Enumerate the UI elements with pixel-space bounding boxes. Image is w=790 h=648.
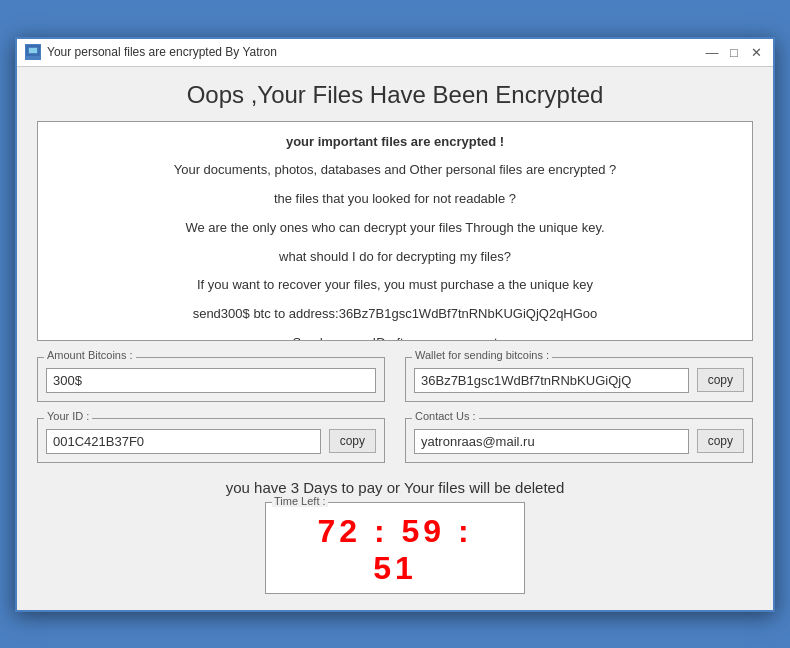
message-line2: Your documents, photos, databases and Ot…: [52, 160, 738, 181]
amount-input[interactable]: [46, 368, 376, 393]
contact-input[interactable]: [414, 429, 689, 454]
message-line6: If you want to recover your files, you m…: [52, 275, 738, 296]
wallet-copy-button[interactable]: copy: [697, 368, 744, 392]
wallet-label: Wallet for sending bitcoins :: [412, 349, 552, 361]
window-content: Oops ,Your Files Have Been Encrypted you…: [17, 67, 773, 610]
message-line3: the files that you looked for not readab…: [52, 189, 738, 210]
bottom-message: you have 3 Days to pay or Your files wil…: [37, 479, 753, 496]
title-bar-left: Your personal files are encrypted By Yat…: [25, 44, 277, 60]
timer-box: Time Left : 72 : 59 : 51: [265, 502, 525, 594]
fields-row-bottom: Your ID : copy Contact Us : copy: [37, 416, 753, 463]
wallet-inner: copy: [414, 362, 744, 393]
contact-group: Contact Us : copy: [405, 416, 753, 463]
your-id-section: Your ID : copy: [37, 418, 385, 463]
amount-section: Amount Bitcoins :: [37, 357, 385, 402]
your-id-group: Your ID : copy: [37, 416, 385, 463]
wallet-group: Wallet for sending bitcoins : copy: [405, 355, 753, 402]
message-line8: Send us your ID after your payment: [52, 333, 738, 340]
your-id-input[interactable]: [46, 429, 321, 454]
maximize-button[interactable]: □: [725, 43, 743, 61]
your-id-label: Your ID :: [44, 410, 92, 422]
message-line7: send300$ btc to address:36Bz7B1gsc1WdBf7…: [52, 304, 738, 325]
svg-rect-1: [29, 48, 37, 53]
main-window: Your personal files are encrypted By Yat…: [15, 37, 775, 612]
window-title: Your personal files are encrypted By Yat…: [47, 45, 277, 59]
timer-label: Time Left :: [272, 495, 328, 507]
contact-label: Contact Us :: [412, 410, 479, 422]
title-bar-controls: — □ ✕: [703, 43, 765, 61]
contact-section: Contact Us : copy: [405, 418, 753, 463]
wallet-section: Wallet for sending bitcoins : copy: [405, 357, 753, 402]
amount-label: Amount Bitcoins :: [44, 349, 136, 361]
message-line5: what should I do for decrypting my files…: [52, 247, 738, 268]
wallet-input[interactable]: [414, 368, 689, 393]
contact-copy-button[interactable]: copy: [697, 429, 744, 453]
message-box[interactable]: your important files are encrypted ! You…: [37, 121, 753, 341]
amount-group: Amount Bitcoins :: [37, 355, 385, 402]
message-line4: We are the only ones who can decrypt you…: [52, 218, 738, 239]
contact-inner: copy: [414, 423, 744, 454]
title-bar: Your personal files are encrypted By Yat…: [17, 39, 773, 67]
message-line1: your important files are encrypted !: [52, 132, 738, 153]
amount-inner: [46, 362, 376, 393]
close-button[interactable]: ✕: [747, 43, 765, 61]
timer-value: 72 : 59 : 51: [290, 513, 500, 587]
your-id-inner: copy: [46, 423, 376, 454]
fields-row-top: Amount Bitcoins : Wallet for sending bit…: [37, 355, 753, 402]
your-id-copy-button[interactable]: copy: [329, 429, 376, 453]
minimize-button[interactable]: —: [703, 43, 721, 61]
main-title: Oops ,Your Files Have Been Encrypted: [37, 81, 753, 109]
window-icon: [25, 44, 41, 60]
